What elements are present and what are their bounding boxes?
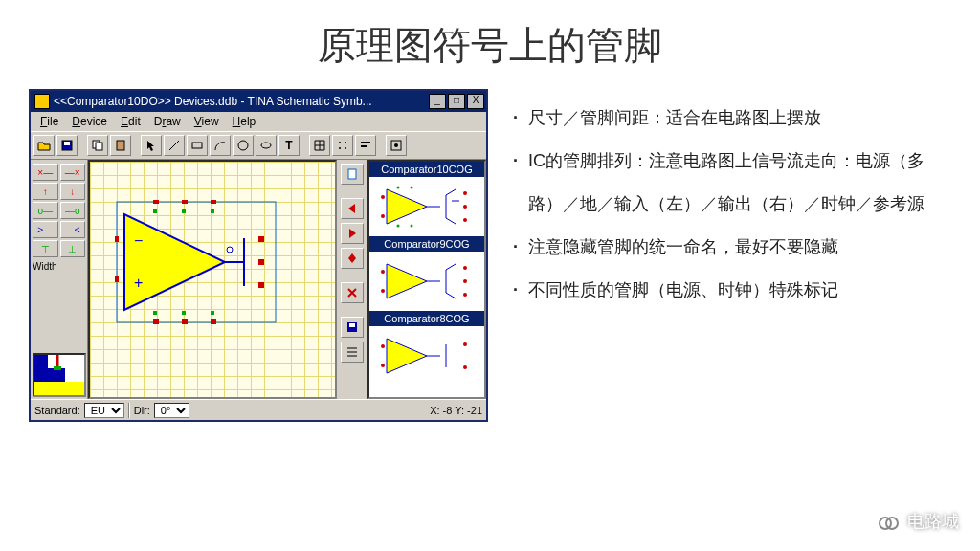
list-button[interactable] [341,342,364,363]
snap-button[interactable] [332,135,353,156]
circle-button[interactable] [233,135,254,156]
svg-rect-40 [211,311,214,315]
toolbar: T [31,131,486,160]
align-button[interactable] [355,135,376,156]
savesym-button[interactable] [341,317,364,338]
ellipse-button[interactable] [256,135,277,156]
component-thumb [373,179,480,234]
menu-help[interactable]: Help [227,114,262,129]
open-button[interactable] [33,135,55,156]
pin-pwr-up[interactable]: ⊤ [33,240,58,257]
svg-rect-41 [348,169,356,179]
arrow-right-button[interactable] [341,223,364,244]
svg-rect-30 [182,319,188,324]
text-button[interactable]: T [278,135,300,156]
component-thumb [373,253,480,309]
svg-marker-64 [387,339,427,373]
maximize-button[interactable]: □ [448,94,465,109]
paste-button[interactable] [110,135,131,156]
statusbar: Standard: EU Dir: 0° X: -8 Y: -21 [31,399,486,420]
pin-inv-left[interactable]: o— [33,202,58,219]
svg-rect-6 [192,143,202,148]
svg-rect-32 [258,236,264,242]
dir-select[interactable]: 0° [154,403,189,418]
pin-clk-right[interactable]: —< [60,221,86,238]
bullet-list: 尺寸／管脚间距：适合在电路图上摆放 IC的管脚排列：注意电路图上信号流走向：电源… [513,89,951,422]
svg-point-48 [381,214,385,218]
save-button[interactable] [56,135,78,156]
pin-left[interactable]: ×— [33,164,58,181]
svg-rect-75 [54,366,61,370]
window-title: <<Comparator10DO>> Devices.ddb - TINA Sc… [54,95,427,108]
doc-button[interactable] [341,164,364,185]
arc-button[interactable] [210,135,231,156]
watermark: 电路城 [875,509,959,534]
canvas[interactable]: − + [88,160,337,399]
svg-point-53 [411,187,413,189]
menu-file[interactable]: File [34,114,64,129]
grid-button[interactable] [309,135,330,156]
pin-inv-right[interactable]: —o [60,202,86,219]
svg-marker-56 [387,264,427,298]
list-item[interactable]: Comparator8COG [369,311,484,326]
standard-label: Standard: [34,405,80,416]
slide-title: 原理图符号上的管脚 [0,0,980,89]
pin-pwr-down[interactable]: ⊥ [60,240,86,257]
line-button[interactable] [164,135,185,156]
pin-right[interactable]: —× [60,164,86,181]
list-item[interactable]: Comparator9COG [369,236,484,252]
side-toolbar [337,160,368,399]
svg-point-51 [463,218,467,222]
minimize-button[interactable]: _ [429,94,446,109]
menu-edit[interactable]: Edit [115,114,146,129]
svg-point-16 [394,143,398,147]
standard-select[interactable]: EU [84,403,124,418]
svg-text:+: + [134,275,143,291]
svg-point-50 [463,205,467,209]
svg-rect-4 [117,141,124,150]
svg-point-61 [463,266,467,270]
svg-marker-44 [387,189,427,224]
close-button[interactable]: X [467,94,484,109]
svg-point-62 [463,279,467,283]
svg-rect-73 [48,368,65,382]
pin-clk-left[interactable]: >— [33,221,58,238]
width-label: Width [33,259,85,276]
wechat-icon [875,509,900,534]
svg-rect-25 [115,276,119,282]
svg-marker-18 [124,214,225,310]
svg-rect-39 [182,311,186,315]
props-button[interactable] [386,135,407,156]
dir-label: Dir: [134,405,150,416]
svg-point-70 [463,365,467,369]
menu-device[interactable]: Device [66,114,113,129]
bullet-item: IC的管脚排列：注意电路图上信号流走向：电源（多路）／地／输入（左）／输出（右）… [513,140,951,226]
pin-up[interactable]: ↑ [33,183,58,200]
bullet-item: 注意隐藏管脚的统一命名，最好不要隐藏 [513,226,951,269]
pointer-button[interactable] [141,135,162,156]
svg-point-69 [463,342,467,346]
list-item[interactable]: Comparator10COG [369,162,484,177]
svg-point-21 [227,247,233,253]
pin-down[interactable]: ↓ [60,183,86,200]
svg-point-54 [397,225,400,228]
arrow-left-button[interactable] [341,198,364,219]
svg-rect-37 [211,209,214,213]
menu-view[interactable]: View [189,114,225,129]
rect-button[interactable] [187,135,208,156]
svg-rect-28 [211,200,216,204]
arrow-both-button[interactable] [341,248,364,269]
svg-line-5 [169,141,179,150]
svg-text:−: − [134,232,143,249]
schematic-symbol[interactable]: − + [115,200,278,324]
component-list[interactable]: Comparator10COG Comparator9COG Comparato… [368,160,486,399]
svg-rect-33 [258,259,264,265]
svg-point-60 [381,289,385,293]
svg-rect-3 [96,143,102,150]
svg-rect-29 [153,319,159,324]
component-thumb [373,328,480,384]
delete-button[interactable] [341,282,364,303]
menu-draw[interactable]: Draw [148,114,187,129]
copy-button[interactable] [87,135,108,156]
svg-point-47 [381,195,385,199]
